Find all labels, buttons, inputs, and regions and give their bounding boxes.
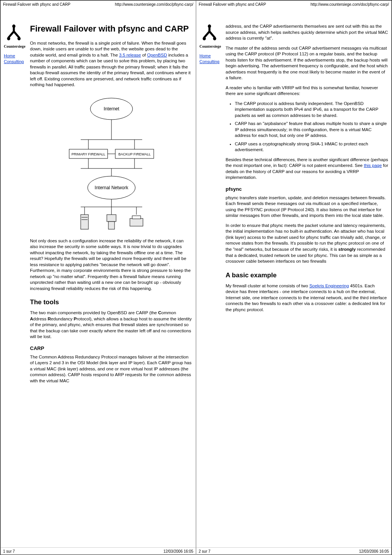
- intro-text-b: of: [141, 53, 147, 57]
- brand-name: Countersiege: [199, 44, 221, 48]
- svg-rect-21: [81, 215, 88, 229]
- para-cont3: A reader who is familiar with VRRP will …: [226, 85, 388, 97]
- para-security-benefits: Not only does such a configuration incre…: [30, 238, 193, 292]
- logo-icon: [4, 23, 24, 43]
- tools-text-a: The two main components provided by Open…: [30, 310, 158, 315]
- sidebar: Countersiege Home Consulting: [4, 23, 28, 543]
- t-edundancy: edundancy: [51, 317, 73, 321]
- para-example: My firewall cluster at home consists of …: [226, 283, 388, 313]
- carp-diff-list: The CARP protocol is address family inde…: [226, 101, 388, 153]
- t-rotocol: rotocol: [76, 317, 90, 321]
- svg-point-28: [203, 37, 206, 40]
- heading-pfsync: pfsync: [226, 186, 388, 192]
- list-item: CARP uses a cryptographically strong SHA…: [235, 141, 388, 153]
- bold-strongly: strongly: [338, 247, 355, 252]
- svg-point-1: [17, 37, 20, 40]
- example-a: My firewall cluster at home consists of …: [226, 283, 309, 288]
- network-diagram: Internet PRIMARY FIREWALL BACKUP FIREWAL…: [30, 93, 193, 232]
- heading-the-tools: The tools: [30, 298, 193, 306]
- svg-rect-24: [107, 215, 116, 222]
- link-openbsd[interactable]: OpenBSD: [147, 53, 167, 57]
- diagram-internet-label: Internet: [103, 106, 119, 112]
- link-soekris[interactable]: Soekris Engineering: [309, 283, 349, 288]
- page-title: Firewall Failover with pfsync and CARP: [30, 23, 193, 34]
- t-ommon: ommon: [161, 310, 176, 315]
- svg-rect-26: [130, 218, 143, 226]
- nav-consulting[interactable]: Consulting: [199, 59, 221, 65]
- svg-point-30: [208, 25, 211, 28]
- footer-page-num: 1 sur 7: [3, 549, 15, 553]
- page-header: Firewall Failover with pfsync and CARP h…: [196, 1, 391, 8]
- page-footer: 1 sur 7 12/03/2006 16:05: [1, 547, 196, 555]
- content-column: address, and the CARP advertisements the…: [223, 23, 388, 543]
- brand-name: Countersiege: [4, 44, 25, 48]
- page-header: Firewall Failover with pfsync and CARP h…: [1, 1, 196, 8]
- footer-timestamp: 12/03/2006 16:05: [163, 549, 193, 553]
- diagram-internal-label: Internal Network: [95, 185, 128, 190]
- page-1: Firewall Failover with pfsync and CARP h…: [0, 0, 196, 555]
- para-tools-intro: The two main components provided by Open…: [30, 310, 193, 340]
- svg-point-29: [213, 37, 216, 40]
- logo-icon: [199, 23, 219, 43]
- footer-timestamp: 12/03/2006 16:05: [359, 549, 389, 553]
- header-title: Firewall Failover with pfsync and CARP: [3, 2, 70, 7]
- link-35-release[interactable]: 3.5 release: [119, 53, 141, 57]
- header-title: Firewall Failover with pfsync and CARP: [199, 2, 266, 7]
- link-this-page[interactable]: this page: [364, 163, 382, 168]
- para-cont4: Besides these technical differences, the…: [226, 157, 388, 181]
- diagram-backup-label: BACKUP FIREWALL: [118, 152, 150, 156]
- intro-paragraph: On most networks, the firewall is a sing…: [30, 40, 193, 88]
- heading-carp: CARP: [30, 345, 193, 351]
- svg-rect-27: [132, 216, 141, 219]
- content-column: Firewall Failover with pfsync and CARP O…: [28, 23, 193, 543]
- bold-c: C: [158, 310, 161, 315]
- header-url: http://www.countersiege.com/doc/pfsync-c…: [311, 2, 389, 7]
- sidebar: Countersiege Home Consulting: [199, 23, 223, 543]
- heading-basic-example: A basic example: [226, 272, 388, 279]
- para-carp: The Common Address Redundancy Protocol m…: [30, 354, 193, 384]
- svg-point-2: [12, 25, 15, 28]
- para-pfsync2: In order to ensure that pfsync meets the…: [226, 223, 388, 265]
- footer-page-num: 2 sur 7: [199, 549, 211, 553]
- nav-home[interactable]: Home: [4, 53, 25, 59]
- list-item: The CARP protocol is address family inde…: [235, 101, 388, 119]
- diagram-primary-label: PRIMARY FIREWALL: [71, 152, 105, 156]
- para-cont1: address, and the CARP advertisements the…: [226, 23, 388, 42]
- svg-rect-25: [108, 222, 115, 229]
- nav-home[interactable]: Home: [199, 53, 221, 59]
- para-pfsync1: pfsync transfers state insertion, update…: [226, 195, 388, 219]
- two-page-spread: Firewall Failover with pfsync and CARP h…: [0, 0, 392, 555]
- nav-consulting[interactable]: Consulting: [4, 59, 25, 65]
- list-item: CARP has an "arpbalance" feature that al…: [235, 121, 388, 139]
- page-body: Countersiege Home Consulting address, an…: [196, 8, 391, 555]
- header-url: http://www.countersiege.com/doc/pfsync-c…: [115, 2, 193, 7]
- t-ddress: ddress: [33, 317, 48, 321]
- page-2: Firewall Failover with pfsync and CARP h…: [196, 0, 392, 555]
- page-body: Countersiege Home Consulting Firewall Fa…: [1, 8, 196, 555]
- svg-point-0: [7, 37, 10, 40]
- page-footer: 2 sur 7 12/03/2006 16:05: [196, 547, 391, 555]
- intro-text-c: includes a number of components which ca…: [30, 53, 191, 87]
- para-cont2: The master of the address sends out CARP…: [226, 45, 388, 81]
